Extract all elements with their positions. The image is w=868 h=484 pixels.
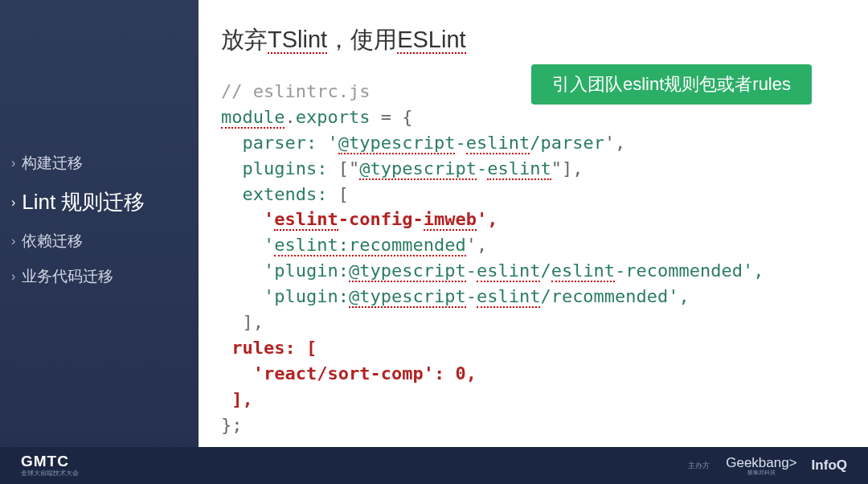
sponsor-geekbang-sub: 极客邦科技 [747,470,776,475]
code-block: // eslintrc.js module.exports = { parser… [221,79,852,437]
slide-title: 放弃TSlint，使用ESLint [221,24,852,56]
footer-right: 主办方 Geekbang> 极客邦科技 InfoQ [688,456,847,475]
sidebar-item-biz: › 业务代码迁移 [11,266,199,287]
footer: GMTC 全球大前端技术大会 主办方 Geekbang> 极客邦科技 InfoQ [0,447,868,484]
main-content: 放弃TSlint，使用ESLint 引入团队eslint规则包或者rules /… [199,0,868,484]
title-underline-eslint: ESLint [397,27,465,54]
sidebar-item-deps: › 依赖迁移 [11,231,199,252]
chevron-right-icon: › [11,269,15,284]
sidebar-item-label: 依赖迁移 [22,231,83,252]
sidebar-item-label: 构建迁移 [22,153,83,174]
sidebar-item-lint: › Lint 规则迁移 [11,188,199,216]
chevron-right-icon: › [11,156,15,170]
callout-badge: 引入团队eslint规则包或者rules [531,64,812,105]
sidebar-item-label: Lint 规则迁移 [22,188,145,216]
chevron-right-icon: › [11,234,15,248]
footer-subtitle: 全球大前端技术大会 [21,470,79,478]
sponsor-geekbang: Geekbang> [726,456,796,470]
title-underline-tslint: TSlint [268,27,327,54]
slide-root: › 构建迁移 › Lint 规则迁移 › 依赖迁移 › 业务代码迁移 放弃TSl… [0,0,868,484]
sidebar-item-label: 业务代码迁移 [22,266,113,287]
footer-left: GMTC 全球大前端技术大会 [21,453,79,478]
sponsor-infoq: InfoQ [812,457,847,474]
footer-logo: GMTC [21,453,79,470]
chevron-right-icon: › [11,195,15,210]
sponsor-label: 主办方 [688,461,710,471]
sidebar-item-build: › 构建迁移 [11,153,199,174]
sidebar: › 构建迁移 › Lint 规则迁移 › 依赖迁移 › 业务代码迁移 [0,0,199,484]
